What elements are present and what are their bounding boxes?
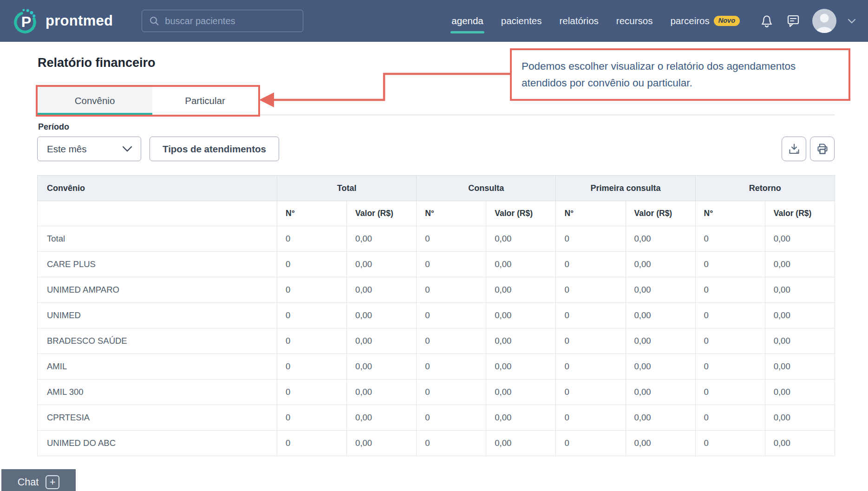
financial-report-table: Convênio Total Consulta Primeira consult… (37, 175, 835, 456)
row-name: UNIMED AMPARO (38, 277, 277, 303)
nav-link-agenda[interactable]: agenda (451, 15, 483, 26)
row-value: 0,00 (347, 431, 417, 456)
plus-icon: + (46, 475, 59, 489)
user-avatar[interactable] (812, 9, 836, 33)
table-row: UNIMED00,0000,0000,0000,00 (38, 303, 835, 328)
period-select[interactable]: Este mês (37, 137, 141, 161)
header-convenio: Convênio (38, 176, 277, 201)
header-group-primeira-consulta: Primeira consulta (556, 176, 695, 201)
row-name: Total (38, 226, 277, 252)
row-name: BRADESCO SAÚDE (38, 328, 277, 354)
row-value: 0,00 (486, 277, 556, 303)
export-buttons (782, 137, 835, 161)
nav-link-relatorios[interactable]: relatórios (560, 15, 599, 26)
header-group-total: Total (277, 176, 417, 201)
row-value: 0 (277, 303, 347, 328)
row-value: 0,00 (486, 380, 556, 405)
row-name: UNIMED (38, 303, 277, 328)
row-value: 0,00 (765, 405, 835, 431)
chat-button-label: Chat (18, 477, 39, 488)
row-value: 0 (695, 354, 765, 380)
row-value: 0,00 (347, 405, 417, 431)
chat-button[interactable]: Chat + (1, 469, 76, 491)
row-value: 0,00 (486, 226, 556, 252)
row-value: 0 (695, 431, 765, 456)
table-row: CARE PLUS00,0000,0000,0000,00 (38, 252, 835, 277)
row-value: 0,00 (347, 277, 417, 303)
header-valor: Valor (R$) (486, 201, 556, 226)
row-value: 0 (556, 226, 626, 252)
table-row: UNIMED DO ABC00,0000,0000,0000,00 (38, 431, 835, 456)
row-value: 0,00 (347, 380, 417, 405)
row-value: 0 (417, 431, 486, 456)
row-value: 0 (277, 405, 347, 431)
row-value: 0,00 (765, 354, 835, 380)
row-value: 0,00 (765, 277, 835, 303)
header-group-consulta: Consulta (417, 176, 556, 201)
row-value: 0 (556, 431, 626, 456)
table-row: AMIL00,0000,0000,0000,00 (38, 354, 835, 380)
tab-particular[interactable]: Particular (152, 86, 258, 115)
download-icon (788, 143, 801, 156)
row-value: 0,00 (626, 303, 695, 328)
nav-link-pacientes[interactable]: pacientes (501, 15, 542, 26)
header-empty (38, 201, 277, 226)
row-value: 0 (556, 380, 626, 405)
chevron-down-icon (122, 146, 132, 152)
row-name: CPRTESIA (38, 405, 277, 431)
row-value: 0,00 (626, 405, 695, 431)
row-value: 0 (695, 277, 765, 303)
row-value: 0,00 (347, 303, 417, 328)
row-value: 0 (556, 405, 626, 431)
row-value: 0 (695, 405, 765, 431)
row-value: 0 (277, 354, 347, 380)
row-value: 0 (277, 380, 347, 405)
header-valor: Valor (R$) (347, 201, 417, 226)
nav-link-parceiros[interactable]: parceiros Novo (670, 15, 740, 26)
row-value: 0,00 (626, 354, 695, 380)
row-value: 0,00 (626, 226, 695, 252)
prontmed-logo-icon: P (12, 7, 39, 34)
avatar-chevron-down-icon[interactable] (848, 19, 856, 24)
page-title: Relatório financeiro (38, 56, 156, 70)
nav-link-parceiros-label: parceiros (670, 15, 709, 26)
patient-search-box[interactable] (142, 10, 303, 32)
row-name: UNIMED DO ABC (38, 431, 277, 456)
header-valor: Valor (R$) (765, 201, 835, 226)
brand-logo[interactable]: P prontmed (12, 7, 113, 34)
row-value: 0,00 (626, 431, 695, 456)
header-n: N° (556, 201, 626, 226)
row-name: CARE PLUS (38, 252, 277, 277)
table-row: AMIL 30000,0000,0000,0000,00 (38, 380, 835, 405)
bell-icon (759, 13, 774, 28)
row-value: 0,00 (486, 328, 556, 354)
row-value: 0 (556, 354, 626, 380)
row-value: 0 (695, 252, 765, 277)
row-name: AMIL 300 (38, 380, 277, 405)
row-value: 0,00 (765, 252, 835, 277)
nav-link-recursos[interactable]: recursos (616, 15, 653, 26)
row-value: 0 (695, 380, 765, 405)
brand-name: prontmed (46, 13, 113, 29)
row-value: 0 (417, 226, 486, 252)
messages-button[interactable] (785, 13, 801, 29)
row-value: 0,00 (765, 328, 835, 354)
row-value: 0 (417, 303, 486, 328)
tab-convenio[interactable]: Convênio (37, 86, 152, 115)
row-value: 0 (556, 277, 626, 303)
row-value: 0 (695, 303, 765, 328)
row-value: 0,00 (765, 431, 835, 456)
header-valor: Valor (R$) (626, 201, 695, 226)
main-navigation: agenda pacientes relatórios recursos par… (451, 15, 740, 26)
table-row: BRADESCO SAÚDE00,0000,0000,0000,00 (38, 328, 835, 354)
row-value: 0 (417, 380, 486, 405)
print-button[interactable] (810, 137, 835, 161)
row-value: 0,00 (626, 252, 695, 277)
row-value: 0 (556, 252, 626, 277)
notifications-button[interactable] (759, 13, 774, 28)
row-value: 0,00 (347, 328, 417, 354)
search-input[interactable] (165, 16, 296, 26)
types-of-care-button[interactable]: Tipos de atendimentos (150, 137, 279, 161)
row-value: 0 (417, 252, 486, 277)
download-button[interactable] (782, 137, 806, 161)
